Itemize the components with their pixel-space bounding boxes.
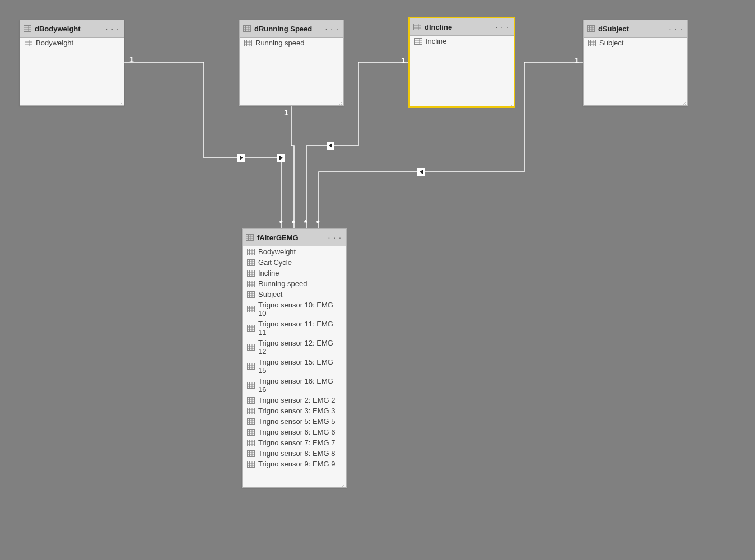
table-header[interactable]: dSubject · · ·	[584, 20, 687, 38]
table-header[interactable]: dBodyweight · · ·	[20, 20, 124, 38]
field-row[interactable]: Trigno sensor 7: EMG 7	[243, 437, 346, 448]
field-row[interactable]: Trigno sensor 12: EMG 12	[243, 338, 346, 357]
table-header[interactable]: fAlterGEMG · · ·	[243, 229, 346, 246]
cardinality-one: 1	[284, 108, 288, 117]
cardinality-one: 1	[129, 55, 134, 64]
resize-handle-icon[interactable]	[341, 482, 345, 486]
table-fAlterGEMG[interactable]: fAlterGEMG · · · BodyweightGait CycleInc…	[242, 228, 347, 488]
filter-direction-arrow-icon	[277, 154, 285, 162]
svg-rect-25	[415, 38, 422, 44]
resize-handle-icon[interactable]	[508, 101, 512, 105]
column-icon	[25, 40, 32, 46]
resize-handle-icon[interactable]	[682, 100, 686, 104]
field-name: Trigno sensor 16: EMG 16	[258, 377, 342, 394]
field-row[interactable]: Running speed	[243, 278, 346, 289]
column-icon	[247, 382, 255, 389]
field-row[interactable]: Trigno sensor 2: EMG 2	[243, 395, 346, 405]
svg-rect-110	[248, 429, 255, 435]
field-row[interactable]: Bodyweight	[20, 38, 124, 48]
table-title: fAlterGEMG	[257, 234, 324, 242]
column-icon	[588, 40, 596, 46]
field-list: Bodyweight	[20, 38, 124, 105]
field-name: Incline	[426, 37, 447, 45]
field-name: Trigno sensor 12: EMG 12	[258, 339, 342, 356]
field-row[interactable]: Gait Cycle	[243, 257, 346, 268]
column-icon	[247, 429, 255, 436]
svg-rect-75	[248, 325, 255, 332]
cardinality-one: 1	[401, 56, 406, 65]
field-name: Running speed	[258, 279, 307, 288]
field-list: Subject	[584, 38, 687, 105]
resize-handle-icon[interactable]	[338, 100, 342, 104]
table-dRunningSpeed[interactable]: dRunning Speed · · · Running speed	[239, 20, 344, 106]
field-row[interactable]: Bodyweight	[243, 246, 346, 257]
field-name: Running speed	[255, 39, 304, 47]
field-row[interactable]: Trigno sensor 11: EMG 11	[243, 319, 346, 338]
field-row[interactable]: Incline	[243, 268, 346, 278]
table-icon	[246, 234, 254, 241]
svg-rect-65	[248, 291, 255, 297]
svg-rect-105	[248, 418, 255, 424]
field-row[interactable]: Running speed	[240, 38, 343, 48]
svg-rect-40	[246, 235, 254, 241]
column-icon	[247, 461, 255, 468]
table-icon	[413, 24, 421, 30]
field-row[interactable]: Trigno sensor 6: EMG 6	[243, 427, 346, 437]
field-row[interactable]: Trigno sensor 16: EMG 16	[243, 376, 346, 395]
svg-rect-30	[588, 26, 595, 32]
svg-rect-60	[248, 281, 255, 287]
svg-rect-90	[248, 382, 255, 389]
cardinality-many: *	[316, 218, 319, 227]
field-row[interactable]: Trigno sensor 5: EMG 5	[243, 416, 346, 427]
table-header[interactable]: dRunning Speed · · ·	[240, 20, 343, 38]
table-dIncline[interactable]: dIncline · · · Incline	[409, 18, 514, 107]
svg-rect-50	[248, 259, 255, 265]
table-icon	[587, 25, 595, 32]
more-menu-button[interactable]: · · ·	[324, 24, 340, 33]
svg-rect-80	[248, 344, 255, 351]
column-icon	[247, 408, 255, 414]
svg-rect-10	[244, 26, 251, 32]
table-header[interactable]: dIncline · · ·	[410, 18, 514, 36]
table-title: dBodyweight	[35, 25, 101, 33]
svg-rect-45	[248, 249, 255, 255]
field-name: Gait Cycle	[258, 258, 292, 267]
svg-rect-0	[24, 26, 31, 32]
column-icon	[247, 306, 255, 312]
more-menu-button[interactable]: · · ·	[105, 24, 120, 33]
table-icon	[24, 25, 31, 32]
resize-handle-icon[interactable]	[118, 100, 123, 104]
field-row[interactable]: Subject	[243, 289, 346, 300]
table-title: dSubject	[598, 25, 665, 33]
column-icon	[247, 281, 255, 287]
more-menu-button[interactable]: · · ·	[668, 24, 684, 33]
svg-rect-5	[25, 40, 32, 46]
field-row[interactable]: Subject	[584, 38, 687, 48]
model-canvas[interactable]: 1 1 1 1 * * * * dBodyweight · · · Bodywe…	[0, 0, 755, 560]
column-icon	[244, 40, 252, 46]
field-name: Trigno sensor 11: EMG 11	[258, 320, 342, 337]
table-dBodyweight[interactable]: dBodyweight · · · Bodyweight	[20, 20, 124, 106]
field-row[interactable]: Incline	[410, 36, 514, 46]
table-dSubject[interactable]: dSubject · · · Subject	[583, 20, 688, 106]
filter-direction-arrow-icon	[237, 154, 245, 162]
field-row[interactable]: Trigno sensor 3: EMG 3	[243, 405, 346, 416]
filter-direction-arrow-icon	[417, 168, 425, 176]
column-icon	[247, 249, 255, 255]
svg-rect-20	[414, 24, 421, 30]
column-icon	[247, 440, 255, 446]
field-row[interactable]: Trigno sensor 9: EMG 9	[243, 459, 346, 469]
more-menu-button[interactable]: · · ·	[495, 22, 510, 31]
svg-rect-100	[248, 408, 255, 414]
column-icon	[247, 344, 255, 351]
svg-rect-85	[248, 363, 255, 370]
column-icon	[247, 259, 255, 266]
field-name: Trigno sensor 3: EMG 3	[258, 407, 335, 415]
column-icon	[247, 450, 255, 457]
field-row[interactable]: Trigno sensor 15: EMG 15	[243, 357, 346, 376]
field-row[interactable]: Trigno sensor 8: EMG 8	[243, 448, 346, 459]
field-row[interactable]: Trigno sensor 10: EMG 10	[243, 300, 346, 319]
more-menu-button[interactable]: · · ·	[327, 233, 343, 242]
cardinality-many: *	[304, 218, 307, 227]
svg-rect-125	[248, 461, 255, 467]
